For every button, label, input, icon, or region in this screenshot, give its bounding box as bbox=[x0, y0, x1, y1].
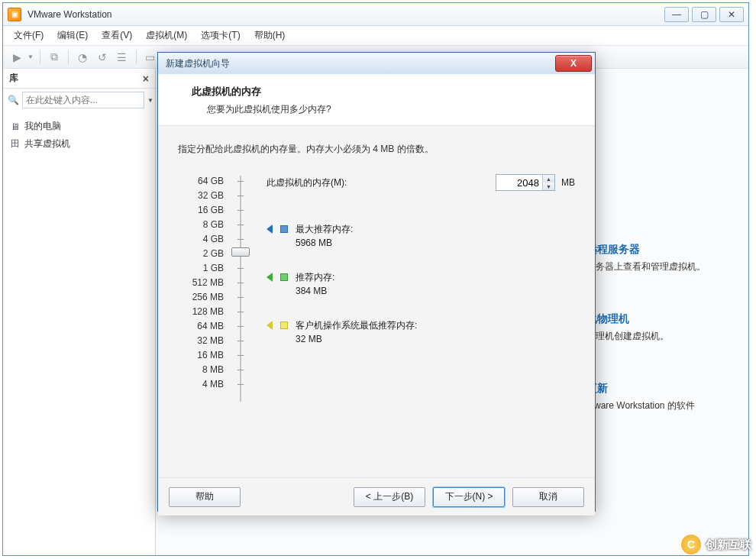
rec-marker-icon bbox=[267, 273, 273, 282]
search-dropdown-icon[interactable]: ▼ bbox=[147, 97, 153, 104]
computer-icon: 🖥 bbox=[11, 121, 20, 132]
menu-edit[interactable]: 编辑(E) bbox=[51, 26, 94, 45]
rec-value: 384 MB bbox=[296, 286, 334, 296]
snapshot-icon[interactable]: ◔ bbox=[75, 50, 90, 65]
memory-slider-thumb[interactable] bbox=[231, 247, 250, 257]
home-card-update[interactable]: 更新 Mware Workstation 的软件 bbox=[580, 382, 748, 413]
tree-label: 共享虚拟机 bbox=[24, 137, 70, 150]
sidebar-close-icon[interactable]: × bbox=[143, 73, 149, 85]
sidebar-title: 库 bbox=[9, 72, 18, 85]
memory-slider-track[interactable] bbox=[231, 174, 250, 403]
rec-min-label: 客户机操作系统最低推荐内存: bbox=[296, 319, 417, 332]
watermark: C 创新互联 bbox=[681, 535, 751, 554]
tree-item-my-computer[interactable]: 🖥 我的电脑 bbox=[11, 118, 147, 135]
titlebar: VMware Workstation — ▢ ✕ bbox=[3, 3, 748, 26]
min-marker-icon bbox=[267, 321, 273, 330]
search-icon: 🔍 bbox=[8, 95, 19, 105]
suspend-icon[interactable]: ⧉ bbox=[47, 50, 62, 65]
memory-unit: MB bbox=[561, 177, 575, 188]
back-button[interactable]: < 上一步(B) bbox=[354, 487, 425, 507]
max-marker-icon bbox=[267, 225, 273, 234]
watermark-logo-icon: C bbox=[681, 535, 701, 554]
rec-max-label: 最大推荐内存: bbox=[296, 223, 353, 236]
dialog-close-button[interactable]: X bbox=[555, 55, 592, 72]
spinner-up-icon[interactable]: ▲ bbox=[543, 175, 554, 183]
power-icon[interactable]: ▶ bbox=[9, 50, 24, 65]
max-square-icon bbox=[280, 225, 288, 233]
dialog-subheader: 您要为此虚拟机使用多少内存? bbox=[207, 103, 573, 116]
tree-item-shared-vms[interactable]: ⽥ 共享虚拟机 bbox=[11, 135, 147, 153]
menu-help[interactable]: 帮助(H) bbox=[248, 26, 292, 45]
dialog-description: 指定分配给此虚拟机的内存量。内存大小必须为 4 MB 的倍数。 bbox=[178, 143, 575, 156]
next-button[interactable]: 下一步(N) > bbox=[433, 487, 505, 507]
revert-icon[interactable]: ↺ bbox=[95, 50, 110, 65]
rec-label: 推荐内存: bbox=[296, 271, 334, 284]
sidebar: 库 × 🔍 ▼ 🖥 我的电脑 ⽥ 共享虚拟机 bbox=[3, 69, 156, 555]
minimize-button[interactable]: — bbox=[664, 7, 689, 22]
min-square-icon bbox=[280, 322, 288, 329]
memory-scale-labels: 64 GB32 GB16 GB8 GB4 GB2 GB1 GB512 MB256… bbox=[178, 174, 224, 403]
window-title: VMware Workstation bbox=[27, 9, 664, 20]
spinner-down-icon[interactable]: ▼ bbox=[543, 183, 554, 190]
home-card-p2v[interactable]: 化物理机 物理机创建虚拟机。 bbox=[580, 312, 748, 344]
menu-vm[interactable]: 虚拟机(M) bbox=[140, 26, 193, 45]
fullscreen-icon[interactable]: ▭ bbox=[143, 50, 158, 65]
menu-tabs[interactable]: 选项卡(T) bbox=[195, 26, 246, 45]
memory-input-label: 此虚拟机的内存(M): bbox=[267, 176, 347, 189]
search-input[interactable] bbox=[22, 92, 144, 108]
maximize-button[interactable]: ▢ bbox=[692, 7, 716, 22]
menubar: 文件(F) 编辑(E) 查看(V) 虚拟机(M) 选项卡(T) 帮助(H) bbox=[3, 26, 748, 46]
dialog-title: 新建虚拟机向导 bbox=[166, 57, 230, 70]
menu-view[interactable]: 查看(V) bbox=[95, 26, 138, 45]
memory-input[interactable] bbox=[496, 176, 542, 190]
menu-file[interactable]: 文件(F) bbox=[8, 26, 50, 45]
shared-icon: ⽥ bbox=[11, 137, 20, 150]
watermark-text: 创新互联 bbox=[706, 538, 751, 552]
home-card-remote[interactable]: 远程服务器 服务器上查看和管理虚拟机。 bbox=[580, 243, 748, 274]
help-button[interactable]: 帮助 bbox=[169, 487, 241, 507]
app-logo-icon bbox=[8, 8, 21, 21]
rec-min-value: 32 MB bbox=[296, 334, 417, 344]
dialog-header: 此虚拟机的内存 bbox=[192, 85, 573, 99]
rec-max-value: 5968 MB bbox=[296, 237, 353, 248]
manage-icon[interactable]: ☰ bbox=[115, 50, 130, 65]
new-vm-wizard-dialog: 新建虚拟机向导 X 此虚拟机的内存 您要为此虚拟机使用多少内存? 指定分配给此虚… bbox=[157, 52, 596, 512]
close-button[interactable]: ✕ bbox=[719, 7, 744, 22]
memory-spinner[interactable]: ▲ ▼ bbox=[496, 174, 555, 191]
cancel-button[interactable]: 取消 bbox=[512, 487, 584, 507]
tree-label: 我的电脑 bbox=[24, 120, 61, 133]
rec-square-icon bbox=[280, 273, 288, 281]
